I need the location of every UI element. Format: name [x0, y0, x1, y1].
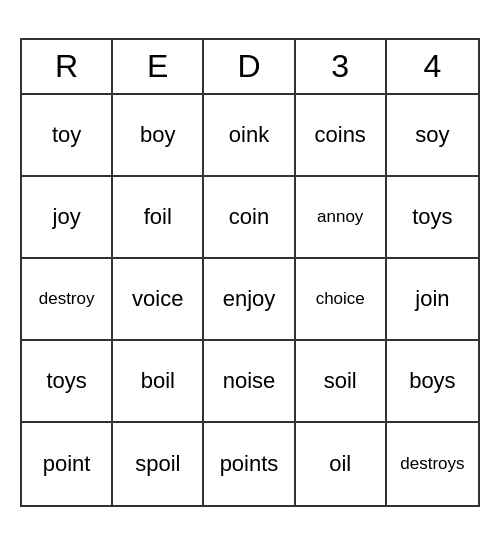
header-col-E: E [113, 40, 204, 93]
grid-cell-9: toys [387, 177, 478, 259]
bingo-header: RED34 [22, 40, 478, 95]
grid-cell-16: boil [113, 341, 204, 423]
grid-cell-24: destroys [387, 423, 478, 505]
header-col-3: 3 [296, 40, 387, 93]
header-col-D: D [204, 40, 295, 93]
grid-cell-4: soy [387, 95, 478, 177]
grid-cell-10: destroy [22, 259, 113, 341]
header-col-R: R [22, 40, 113, 93]
grid-cell-12: enjoy [204, 259, 295, 341]
grid-cell-18: soil [296, 341, 387, 423]
grid-cell-11: voice [113, 259, 204, 341]
bingo-grid: toyboyoinkcoinssoyjoyfoilcoinannoytoysde… [22, 95, 478, 505]
header-col-4: 4 [387, 40, 478, 93]
grid-cell-21: spoil [113, 423, 204, 505]
grid-cell-15: toys [22, 341, 113, 423]
grid-cell-0: toy [22, 95, 113, 177]
grid-cell-23: oil [296, 423, 387, 505]
grid-cell-19: boys [387, 341, 478, 423]
grid-cell-2: oink [204, 95, 295, 177]
grid-cell-1: boy [113, 95, 204, 177]
grid-cell-20: point [22, 423, 113, 505]
grid-cell-22: points [204, 423, 295, 505]
grid-cell-6: foil [113, 177, 204, 259]
grid-cell-3: coins [296, 95, 387, 177]
grid-cell-5: joy [22, 177, 113, 259]
grid-cell-17: noise [204, 341, 295, 423]
bingo-card: RED34 toyboyoinkcoinssoyjoyfoilcoinannoy… [20, 38, 480, 507]
grid-cell-8: annoy [296, 177, 387, 259]
grid-cell-7: coin [204, 177, 295, 259]
grid-cell-13: choice [296, 259, 387, 341]
grid-cell-14: join [387, 259, 478, 341]
